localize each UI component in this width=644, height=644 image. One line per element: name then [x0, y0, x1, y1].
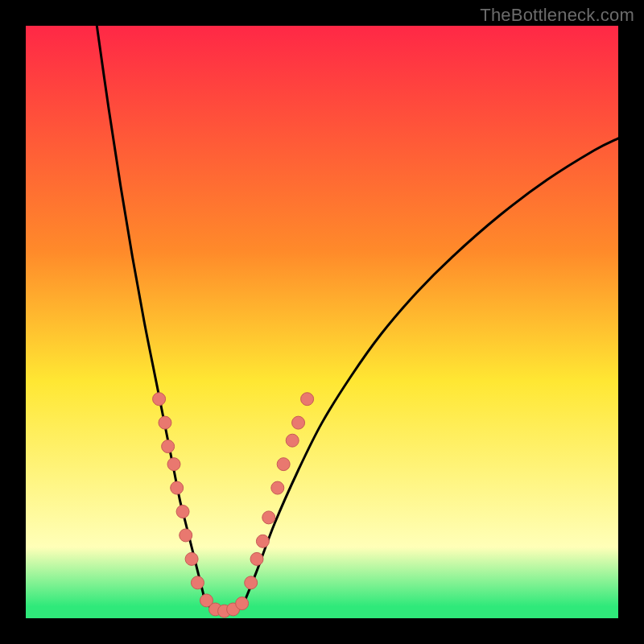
data-marker — [245, 576, 258, 589]
data-marker — [176, 506, 189, 518]
data-marker — [292, 416, 305, 429]
data-marker — [286, 434, 299, 447]
data-marker — [162, 440, 175, 453]
data-marker — [262, 511, 275, 524]
data-marker — [301, 393, 314, 406]
chart-container: TheBottleneck.com — [0, 0, 644, 644]
watermark-text: TheBottleneck.com — [480, 5, 634, 26]
data-marker — [256, 535, 269, 547]
data-marker — [159, 416, 171, 429]
data-marker — [171, 481, 184, 494]
data-marker — [180, 529, 192, 542]
data-marker — [167, 458, 180, 471]
data-marker — [153, 393, 166, 406]
bottleneck-curve — [97, 26, 618, 613]
data-marker — [250, 552, 263, 565]
data-marker — [185, 552, 198, 565]
data-marker — [191, 576, 204, 589]
data-marker — [236, 597, 249, 610]
data-marker — [271, 481, 284, 494]
chart-overlay — [26, 26, 618, 618]
data-marker — [277, 458, 290, 471]
